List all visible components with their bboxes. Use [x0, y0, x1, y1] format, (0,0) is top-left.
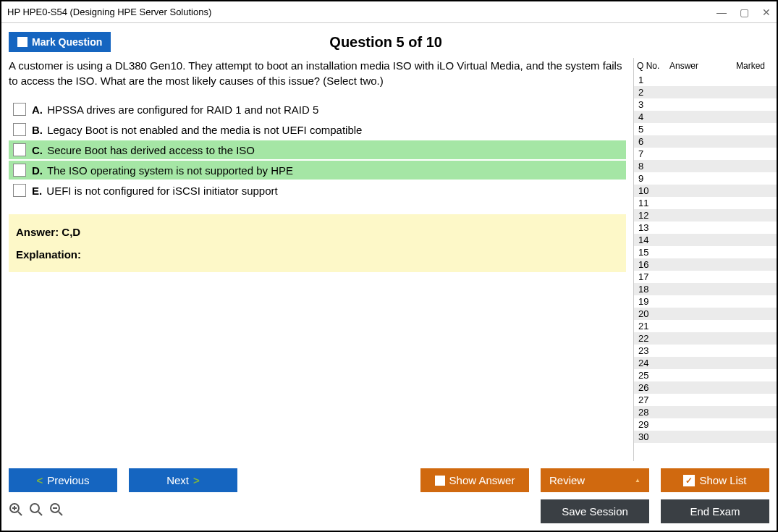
option-checkbox[interactable]: [13, 103, 26, 116]
option-text: Legacy Boot is not enabled and the media…: [47, 124, 362, 136]
list-row[interactable]: 24: [634, 357, 777, 369]
row-qno: 8: [637, 161, 669, 172]
list-row[interactable]: 6: [634, 135, 777, 148]
show-answer-label: Show Answer: [449, 474, 515, 486]
svg-line-5: [38, 512, 42, 515]
mark-question-button[interactable]: Mark Question: [9, 32, 111, 52]
list-body[interactable]: 1234567891011121314151617181920212223242…: [634, 74, 777, 461]
main-area: A customer is using a DL380 Gen10. They …: [1, 58, 777, 461]
row-qno: 30: [637, 431, 669, 442]
question-panel: A customer is using a DL380 Gen10. They …: [1, 58, 633, 461]
option-text: The ISO operating system is not supporte…: [47, 164, 293, 177]
list-row[interactable]: 12: [634, 209, 777, 221]
show-list-button[interactable]: ✓ Show List: [661, 468, 769, 492]
option-checkbox[interactable]: [13, 184, 26, 197]
list-row[interactable]: 27: [634, 394, 777, 406]
list-row[interactable]: 15: [634, 246, 777, 258]
bottom-bar: < Previous Next > Show Answer Review ▲: [1, 461, 777, 531]
list-row[interactable]: 11: [634, 197, 777, 209]
option-row[interactable]: B. Legacy Boot is not enabled and the me…: [9, 120, 626, 139]
svg-line-7: [59, 512, 62, 515]
previous-button[interactable]: < Previous: [9, 468, 117, 492]
list-row[interactable]: 13: [634, 221, 777, 234]
row-qno: 11: [637, 198, 669, 208]
list-row[interactable]: 18: [634, 283, 777, 295]
previous-label: Previous: [47, 474, 89, 486]
list-row[interactable]: 17: [634, 271, 777, 283]
option-letter: B.: [32, 124, 43, 136]
row-qno: 27: [637, 394, 669, 405]
list-row[interactable]: 26: [634, 381, 777, 394]
answer-box: Answer: C,D Explanation:: [9, 214, 626, 272]
row-qno: 20: [637, 308, 669, 319]
row-qno: 15: [637, 247, 669, 258]
option-row[interactable]: E. UEFI is not configured for iSCSI init…: [9, 181, 626, 200]
row-qno: 10: [637, 185, 669, 196]
save-session-button[interactable]: Save Session: [541, 499, 649, 523]
list-row[interactable]: 5: [634, 123, 777, 135]
option-letter: E.: [32, 185, 42, 197]
option-text: Secure Boot has derived access to the IS…: [47, 144, 255, 156]
square-icon: [435, 476, 445, 486]
row-qno: 9: [637, 173, 669, 184]
next-label: Next: [166, 474, 189, 486]
content-area: Mark Question Question 5 of 10 A custome…: [1, 23, 777, 531]
list-row[interactable]: 10: [634, 185, 777, 197]
maximize-icon[interactable]: ▢: [740, 7, 749, 18]
review-button[interactable]: Review ▲: [541, 468, 649, 492]
row-qno: 6: [637, 136, 669, 147]
row-qno: 19: [637, 296, 669, 307]
zoom-out-icon[interactable]: [49, 502, 64, 520]
list-row[interactable]: 29: [634, 418, 777, 431]
option-text: HPSSA drives are configured for RAID 1 a…: [47, 104, 318, 116]
row-qno: 17: [637, 271, 669, 282]
zoom-in-icon[interactable]: [9, 502, 23, 520]
row-qno: 7: [637, 148, 669, 159]
show-answer-button[interactable]: Show Answer: [420, 468, 529, 492]
checked-box-icon: ✓: [683, 475, 695, 486]
options-list: A. HPSSA drives are configured for RAID …: [9, 100, 626, 200]
list-row[interactable]: 2: [634, 86, 777, 98]
zoom-reset-icon[interactable]: [29, 502, 43, 520]
show-list-label: Show List: [699, 474, 746, 486]
list-row[interactable]: 22: [634, 332, 777, 345]
question-list-panel: Q No. Answer Marked 12345678910111213141…: [633, 58, 777, 461]
row-qno: 18: [637, 284, 669, 295]
list-row[interactable]: 7: [634, 148, 777, 160]
list-row[interactable]: 8: [634, 160, 777, 172]
next-button[interactable]: Next >: [129, 468, 237, 492]
row-qno: 16: [637, 259, 669, 270]
list-row[interactable]: 25: [634, 369, 777, 381]
window-controls: — ▢ ✕: [716, 7, 771, 18]
list-row[interactable]: 21: [634, 320, 777, 332]
list-row[interactable]: 14: [634, 234, 777, 246]
option-row[interactable]: C. Secure Boot has derived access to the…: [9, 140, 626, 159]
list-row[interactable]: 28: [634, 406, 777, 418]
list-row[interactable]: 9: [634, 172, 777, 185]
option-row[interactable]: A. HPSSA drives are configured for RAID …: [9, 100, 626, 119]
list-row[interactable]: 20: [634, 308, 777, 320]
option-checkbox[interactable]: [13, 123, 26, 136]
close-icon[interactable]: ✕: [762, 7, 771, 18]
list-row[interactable]: 3: [634, 98, 777, 111]
list-row[interactable]: 16: [634, 258, 777, 271]
option-checkbox[interactable]: [13, 164, 26, 177]
row-qno: 4: [637, 111, 669, 122]
row-qno: 24: [637, 358, 669, 368]
list-row[interactable]: 4: [634, 111, 777, 123]
zoom-controls: [9, 502, 64, 520]
list-row[interactable]: 1: [634, 74, 777, 86]
svg-line-1: [18, 512, 22, 515]
minimize-icon[interactable]: —: [716, 7, 727, 18]
list-row[interactable]: 19: [634, 295, 777, 308]
option-row[interactable]: D. The ISO operating system is not suppo…: [9, 161, 626, 180]
end-exam-button[interactable]: End Exam: [661, 499, 769, 523]
list-row[interactable]: 23: [634, 345, 777, 357]
button-row-1: < Previous Next > Show Answer Review ▲: [9, 468, 769, 492]
top-row: Mark Question Question 5 of 10: [1, 23, 777, 58]
option-checkbox[interactable]: [13, 143, 26, 156]
list-row[interactable]: 30: [634, 431, 777, 443]
row-qno: 26: [637, 382, 669, 393]
option-text: UEFI is not configured for iSCSI initiat…: [46, 185, 277, 197]
save-session-label: Save Session: [562, 505, 628, 518]
